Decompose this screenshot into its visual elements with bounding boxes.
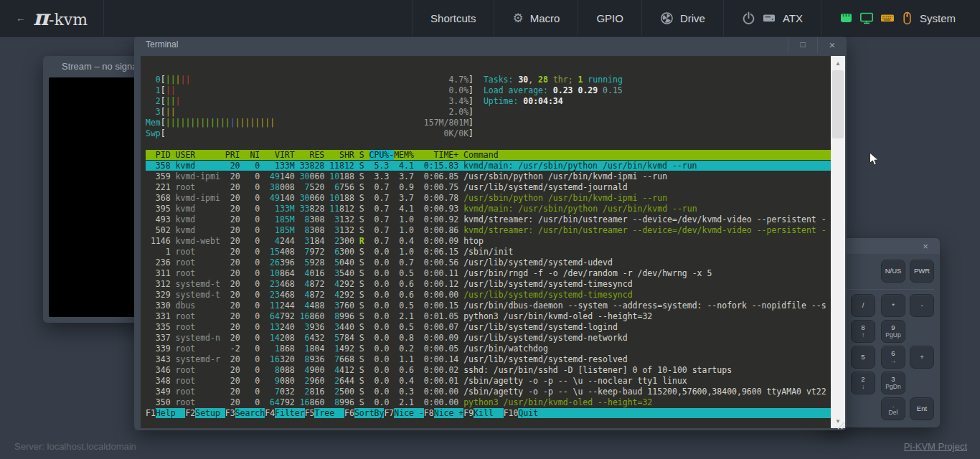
- keypad-key-n/us[interactable]: N/US: [881, 260, 905, 283]
- nav-item-atx[interactable]: ATX: [723, 0, 821, 36]
- keypad-key-+[interactable]: +: [910, 346, 934, 369]
- pikvm-app: ← π-kvm Shortcuts ⚙ Macro GPIO Dr: [0, 0, 980, 459]
- keyboard-status-icon: [880, 11, 895, 24]
- keypad-key-8[interactable]: 8↑: [851, 320, 875, 343]
- top-navbar: ← π-kvm Shortcuts ⚙ Macro GPIO Dr: [0, 0, 980, 37]
- keypad-key-.[interactable]: .Del: [881, 397, 905, 420]
- nav-item-label: System: [920, 12, 956, 24]
- pikvm-project-link[interactable]: Pi-KVM Project: [904, 441, 967, 452]
- terminal-window: Terminal □ × 0[||||| 4.7%] Tasks: 30, 28…: [134, 36, 847, 430]
- resize-handle[interactable]: [837, 420, 846, 430]
- keypad-key-pwr[interactable]: PWR: [910, 260, 934, 283]
- keypad-key-9[interactable]: 9PgUp: [881, 320, 905, 343]
- scroll-up-arrow-icon[interactable]: ▲: [831, 57, 845, 69]
- terminal-title: Terminal: [146, 39, 178, 49]
- logo-text: π-kvm: [33, 7, 88, 29]
- power-icon: [742, 11, 755, 25]
- psu-box-icon: [762, 11, 776, 24]
- server-hostname: Server: localhost.localdomain: [14, 441, 136, 452]
- nav-item-drive[interactable]: Drive: [641, 0, 723, 36]
- terminal-scrollbar[interactable]: ▲ ▼: [831, 56, 845, 428]
- back-arrow-icon: ←: [16, 12, 26, 24]
- keypad-key-3[interactable]: 3PgDn: [881, 372, 905, 394]
- keypad-key-2[interactable]: 2↓: [851, 372, 875, 394]
- display-status-icon: [859, 11, 874, 24]
- htop-output: 0[||||| 4.7%] Tasks: 30, 28 thr; 1 runni…: [146, 75, 831, 419]
- keypad-key-*[interactable]: *: [881, 294, 905, 317]
- logo[interactable]: ← π-kvm: [0, 0, 104, 36]
- drive-fan-icon: [660, 11, 674, 25]
- nav-item-system[interactable]: System: [821, 0, 980, 36]
- keypad-key-ent[interactable]: Ent: [910, 397, 934, 420]
- terminal-content[interactable]: 0[||||| 4.7%] Tasks: 30, 28 thr; 1 runni…: [141, 56, 845, 428]
- keypad-close-button[interactable]: ×: [917, 238, 934, 254]
- nav-menu: Shortcuts ⚙ Macro GPIO Drive: [412, 0, 980, 36]
- keypad-key--[interactable]: -: [910, 294, 934, 317]
- maximize-button[interactable]: □: [788, 36, 817, 53]
- nav-item-label: Macro: [530, 12, 560, 24]
- nav-item-label: Drive: [680, 12, 705, 24]
- nav-item-shortcuts[interactable]: Shortcuts: [412, 0, 494, 36]
- mouse-status-icon: [901, 11, 913, 25]
- nav-item-label: ATX: [783, 12, 803, 24]
- close-button[interactable]: ×: [817, 36, 847, 53]
- keypad-key-5[interactable]: 5: [851, 346, 875, 369]
- ethernet-status-icon: [839, 11, 853, 24]
- keypad-key-/[interactable]: /: [851, 294, 875, 317]
- gear-icon: ⚙: [512, 12, 523, 24]
- scrollbar-thumb[interactable]: [832, 70, 844, 138]
- mouse-cursor: [869, 152, 880, 166]
- nav-item-gpio[interactable]: GPIO: [578, 0, 641, 36]
- terminal-titlebar[interactable]: Terminal □ ×: [134, 36, 847, 53]
- nav-item-label: GPIO: [596, 12, 623, 24]
- keypad-key-6[interactable]: 6→: [881, 346, 905, 369]
- nav-item-label: Shortcuts: [430, 12, 476, 24]
- nav-item-macro[interactable]: ⚙ Macro: [494, 0, 578, 36]
